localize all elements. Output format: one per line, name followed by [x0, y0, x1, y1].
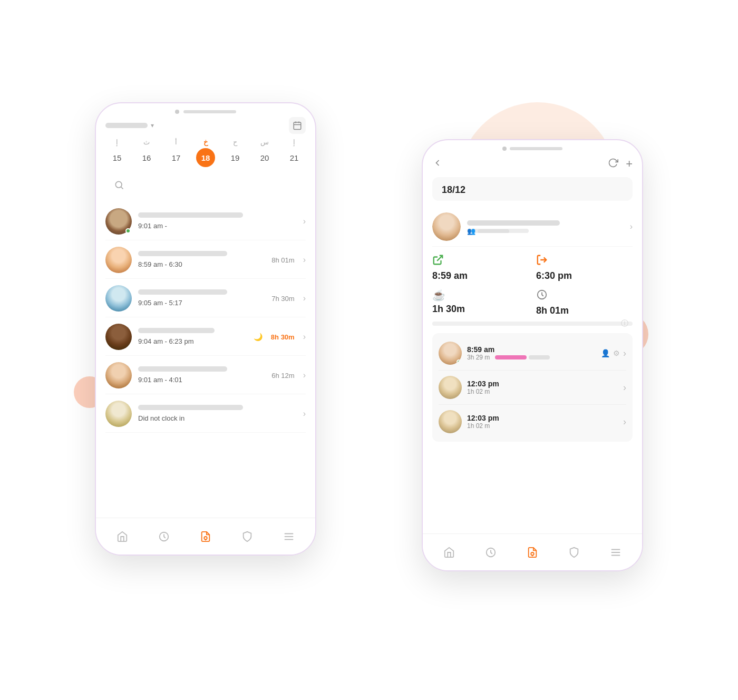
nav-home[interactable] — [112, 526, 133, 547]
chevron-right-icon-4: › — [303, 332, 306, 342]
svg-rect-0 — [294, 122, 301, 130]
shift-avatar-2 — [439, 376, 462, 399]
day-col-18[interactable]: خ 18 — [194, 138, 217, 167]
shift-row-1[interactable]: 8:59 am 3h 29 m 👤 ⚙ › — [439, 336, 626, 371]
shift-time-2: 12:03 pm — [467, 380, 618, 388]
add-button[interactable]: + — [626, 157, 633, 171]
settings-icon-shift: ⚙ — [613, 349, 620, 357]
day-col-21[interactable]: إ 21 — [283, 138, 306, 167]
day-label: ث — [143, 138, 150, 146]
avatar-wrap-3 — [105, 285, 132, 312]
employee-row-2[interactable]: 8:59 am - 6:30 8h 01m › — [105, 241, 306, 279]
shift-duration-2: 1h 02 m — [467, 388, 618, 395]
employee-info-2: 8:59 am - 6:30 — [138, 251, 265, 269]
shift-duration-1: 3h 29 m — [467, 354, 596, 361]
shift-icons-1: 👤 ⚙ › — [601, 348, 626, 359]
status-bar-left — [96, 103, 315, 117]
shift-time-3: 12:03 pm — [467, 414, 618, 422]
status-dot-right — [502, 147, 507, 151]
stats-grid: 8:59 am 6:30 pm ☕ — [432, 254, 633, 316]
back-button[interactable] — [432, 158, 443, 171]
svg-line-5 — [121, 187, 123, 189]
shift-avatar-1 — [439, 342, 462, 365]
day-label: إ — [116, 138, 118, 146]
phone-right: + 18/12 👥 › — [422, 139, 643, 571]
shift-info-2: 12:03 pm 1h 02 m — [467, 380, 618, 395]
shift-section: 8:59 am 3h 29 m 👤 ⚙ › — [432, 333, 633, 442]
employee-time-4: 9:04 am - 6:23 pm — [138, 337, 194, 345]
employee-duration-2: 8h 01m — [271, 256, 294, 264]
chevron-shift-3: › — [623, 416, 626, 427]
nav-shield[interactable] — [237, 526, 258, 547]
online-dot-shift-1 — [457, 359, 461, 364]
detail-role-bar: 👥 — [467, 229, 529, 233]
clock-in-value: 8:59 am — [432, 270, 529, 281]
break-icon-row: ☕ — [432, 289, 529, 302]
chevron-right-icon-3: › — [303, 294, 306, 303]
nav-menu[interactable] — [278, 526, 299, 547]
employee-list: 9:01 am - › 8:59 am - 6:30 8h 01m › — [105, 203, 306, 433]
nav-timer-right[interactable] — [480, 542, 501, 563]
day-col-19[interactable]: ح 19 — [224, 138, 247, 167]
nav-reports-right[interactable] — [522, 542, 543, 563]
employee-row-3[interactable]: 9:05 am - 5:17 7h 30m › — [105, 280, 306, 317]
detail-avatar — [432, 212, 461, 241]
employee-info-6: Did not clock in — [138, 405, 288, 423]
info-icon: ⓘ — [621, 319, 628, 328]
search-bar[interactable] — [105, 172, 306, 198]
avatar-wrap-2 — [105, 247, 132, 273]
week-days: إ 15 ث 16 أ 17 خ 18 ح 19 — [105, 138, 306, 167]
day-label: ح — [233, 138, 237, 146]
nav-menu-right[interactable] — [605, 542, 626, 563]
shift-row-2[interactable]: 12:03 pm 1h 02 m › — [439, 371, 626, 405]
day-num: 21 — [285, 148, 304, 167]
shift-row-3[interactable]: 12:03 pm 1h 02 m › — [439, 405, 626, 439]
employee-row-6[interactable]: Did not clock in › — [105, 395, 306, 433]
total-timer-icon — [536, 289, 548, 303]
status-bar-right — [423, 140, 642, 153]
employee-info-5: 9:01 am - 4:01 — [138, 366, 265, 384]
calendar-button[interactable] — [289, 117, 306, 134]
svg-point-14 — [531, 552, 534, 556]
day-col-17[interactable]: أ 17 — [164, 138, 188, 167]
main-scene: ▾ إ 15 ث 1 — [79, 60, 659, 640]
detail-employee[interactable]: 👥 › — [432, 207, 633, 247]
employee-name-bar-3 — [138, 289, 227, 295]
day-num: 19 — [226, 148, 245, 167]
break-coffee-icon: ☕ — [432, 289, 445, 302]
phone-left-content: ▾ إ 15 ث 1 — [96, 117, 315, 516]
nav-home-right[interactable] — [439, 542, 460, 563]
nav-timer[interactable] — [153, 526, 174, 547]
day-label: س — [260, 138, 269, 146]
employee-row-4[interactable]: 9:04 am - 6:23 pm 🌙 8h 30m › — [105, 318, 306, 356]
employee-time-3: 9:05 am - 5:17 — [138, 299, 182, 307]
user-icon-shift: 👤 — [601, 349, 610, 357]
employee-row-1[interactable]: 9:01 am - › — [105, 203, 306, 240]
avatar-3 — [105, 285, 132, 312]
month-selector[interactable]: ▾ — [105, 122, 154, 129]
refresh-button[interactable] — [608, 158, 618, 171]
employee-time-1: 9:01 am - — [138, 222, 167, 230]
employee-duration-5: 6h 12m — [271, 372, 294, 380]
employee-info-3: 9:05 am - 5:17 — [138, 289, 265, 307]
stat-clock-out: 6:30 pm — [536, 254, 633, 281]
employee-row-5[interactable]: 9:01 am - 4:01 6h 12m › — [105, 357, 306, 394]
day-num: 20 — [255, 148, 274, 167]
shift-secondary-bar-1 — [529, 355, 550, 359]
stat-total: 8h 01m — [536, 289, 633, 316]
total-icon-row — [536, 289, 633, 303]
svg-point-4 — [115, 181, 122, 188]
day-col-20[interactable]: س 20 — [253, 138, 276, 167]
employee-duration-4: 8h 30m — [271, 333, 295, 341]
detail-chevron: › — [630, 222, 633, 231]
day-col-16[interactable]: ث 16 — [135, 138, 158, 167]
day-col-15[interactable]: إ 15 — [105, 138, 129, 167]
nav-reports[interactable] — [195, 526, 216, 547]
employee-time-2: 8:59 am - 6:30 — [138, 260, 182, 268]
online-indicator-1 — [125, 228, 131, 234]
day-num: 17 — [167, 148, 186, 167]
nav-shield-right[interactable] — [564, 542, 585, 563]
phone-left: ▾ إ 15 ث 1 — [95, 102, 316, 556]
chevron-right-icon-5: › — [303, 371, 306, 380]
employee-name-bar-2 — [138, 251, 227, 256]
